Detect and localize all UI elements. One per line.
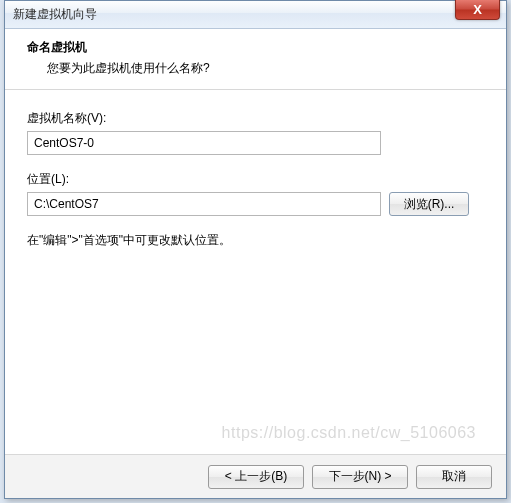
titlebar: 新建虚拟机向导 X	[5, 1, 506, 29]
location-group: 位置(L): 浏览(R)...	[27, 171, 484, 216]
wizard-window: 新建虚拟机向导 X 命名虚拟机 您要为此虚拟机使用什么名称? 虚拟机名称(V):…	[4, 0, 507, 499]
header-title: 命名虚拟机	[27, 39, 484, 56]
header-subtitle: 您要为此虚拟机使用什么名称?	[27, 60, 484, 77]
location-input[interactable]	[27, 192, 381, 216]
vm-name-group: 虚拟机名称(V):	[27, 110, 484, 155]
wizard-header: 命名虚拟机 您要为此虚拟机使用什么名称?	[5, 29, 506, 90]
location-hint: 在"编辑">"首选项"中可更改默认位置。	[27, 232, 484, 249]
window-title: 新建虚拟机向导	[13, 6, 97, 23]
wizard-content: 虚拟机名称(V): 位置(L): 浏览(R)... 在"编辑">"首选项"中可更…	[5, 90, 506, 470]
next-button[interactable]: 下一步(N) >	[312, 465, 408, 489]
location-row: 浏览(R)...	[27, 192, 484, 216]
back-button[interactable]: < 上一步(B)	[208, 465, 304, 489]
close-icon: X	[473, 2, 482, 17]
wizard-footer: < 上一步(B) 下一步(N) > 取消	[5, 454, 506, 498]
vm-name-input[interactable]	[27, 131, 381, 155]
vm-name-label: 虚拟机名称(V):	[27, 110, 484, 127]
cancel-button[interactable]: 取消	[416, 465, 492, 489]
close-button[interactable]: X	[455, 0, 500, 20]
location-label: 位置(L):	[27, 171, 484, 188]
browse-button[interactable]: 浏览(R)...	[389, 192, 469, 216]
